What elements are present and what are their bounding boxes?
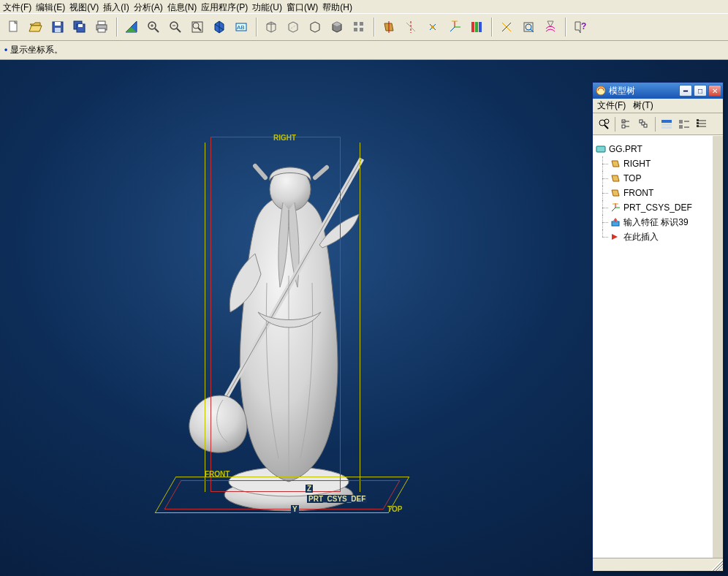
menu-insert[interactable]: 插入(I) [103,1,129,12]
saved-views-button[interactable]: AB [231,17,251,37]
tree-layer-button[interactable] [676,116,692,132]
csys-toggle[interactable] [444,17,465,37]
tree-node[interactable]: RIGHT [596,156,720,171]
tree-node[interactable]: 在此插入 [596,230,720,244]
menu-window[interactable]: 窗口(W) [287,1,318,12]
panel-titlebar[interactable]: 模型树 ━ □ ✕ [593,83,723,99]
bullet-icon: • [4,45,10,55]
tree-collapse-button[interactable] [636,116,652,132]
datum-plane-toggle[interactable] [379,17,399,37]
part-icon [596,144,606,154]
svg-rect-5 [55,22,61,26]
svg-line-24 [198,28,201,31]
orient-button[interactable] [209,17,230,37]
hidden-line-button[interactable] [283,17,303,37]
label-z: Z [306,485,313,493]
panel-menu-tree[interactable]: 树(T) [633,99,653,112]
tree-node-label: TOP [623,173,641,183]
svg-marker-97 [612,190,619,196]
tree-column-button[interactable] [694,116,710,132]
svg-rect-53 [471,22,474,32]
svg-marker-2 [30,23,40,26]
panel-app-icon [596,86,606,96]
main-toolbar: AB ? [0,13,728,41]
new-file-button[interactable] [4,17,24,37]
svg-line-68 [227,159,362,396]
datum-axis-toggle[interactable] [401,17,421,37]
svg-rect-91 [697,119,699,121]
panel-statusbar [593,558,723,571]
open-file-button[interactable] [26,17,46,37]
svg-rect-85 [679,125,683,129]
refit-button[interactable] [187,17,208,37]
color-effects-button[interactable] [466,17,487,37]
datum-point-toggle[interactable] [422,17,443,37]
menu-app[interactable]: 应用程序(P) [201,1,248,12]
shaded-button[interactable] [327,17,347,37]
save-copy-button[interactable] [69,17,90,37]
graphics-viewport[interactable]: RIGHT FRONT TOP PRT_CSYS_DEF Z Y 模型树 ━ □… [0,60,728,576]
help-button[interactable]: ? [570,17,591,37]
svg-rect-54 [475,22,478,32]
svg-rect-104 [615,219,616,222]
no-hidden-button[interactable] [305,17,325,37]
svg-marker-95 [612,161,619,167]
menu-help[interactable]: 帮助(H) [322,1,352,12]
svg-rect-55 [479,22,482,32]
panel-menu-file[interactable]: 文件(F) [597,99,626,112]
wireframe-button[interactable] [261,17,281,37]
svg-rect-41 [360,28,363,31]
tree-node-label: RIGHT [623,159,651,169]
panel-menubar: 文件(F) 树(T) [593,99,723,113]
tree-node[interactable]: TOP [596,171,720,186]
panel-minimize-button[interactable]: ━ [679,85,692,96]
svg-rect-94 [596,146,605,152]
tree-find-button[interactable] [596,116,612,132]
datum-tag-toggle[interactable] [496,17,517,37]
svg-line-16 [155,29,159,32]
model-geometry [179,151,384,513]
svg-rect-39 [360,22,363,26]
tree-root-node[interactable]: GG.PRT [596,142,720,156]
tree-node[interactable]: FRONT [596,186,720,200]
svg-point-48 [431,26,434,29]
panel-maximize-button[interactable]: □ [694,85,707,96]
menu-view[interactable]: 视图(V) [69,1,99,12]
selection-filter-button[interactable] [540,17,561,37]
spin-center-toggle[interactable] [518,17,539,37]
svg-point-59 [526,24,531,30]
zoom-out-button[interactable] [165,17,186,37]
label-y: Y [291,505,299,513]
save-button[interactable] [48,17,68,37]
svg-marker-33 [289,22,297,32]
svg-text:AB: AB [237,24,245,31]
svg-rect-6 [55,28,61,32]
svg-line-34 [289,24,297,30]
tree-expand-button[interactable]: + [618,116,634,132]
tree-node[interactable]: PRT_CSYS_DEF [596,200,720,215]
zoom-in-button[interactable] [143,17,164,37]
svg-line-51 [450,27,455,31]
tree-node-label: 输入特征 标识39 [623,216,689,229]
menu-info[interactable]: 信息(N) [167,1,197,12]
message-area: • 显示坐标系。 [0,41,728,60]
svg-line-100 [612,208,615,211]
menu-func[interactable]: 功能(U) [252,1,282,12]
model-tree[interactable]: GG.PRT RIGHTTOPFRONTPRT_CSYS_DEF输入特征 标识3… [593,135,723,558]
menu-edit[interactable]: 编辑(E) [36,1,65,12]
repaint-button[interactable] [121,17,142,37]
svg-rect-10 [98,21,105,25]
panel-close-button[interactable]: ✕ [708,85,721,96]
print-button[interactable] [91,17,112,37]
svg-rect-9 [78,24,83,27]
svg-text:?: ? [581,21,586,31]
tree-filter-button[interactable] [659,116,675,132]
resize-grip[interactable] [711,559,723,571]
menu-analysis[interactable]: 分析(A) [134,1,163,12]
svg-marker-105 [612,234,618,240]
tree-node[interactable]: 输入特征 标识39 [596,215,720,230]
layers-button[interactable] [349,17,369,37]
menu-file[interactable]: 文件(F) [3,1,31,12]
label-csys: PRT_CSYS_DEF [307,495,367,503]
svg-marker-96 [612,175,619,181]
